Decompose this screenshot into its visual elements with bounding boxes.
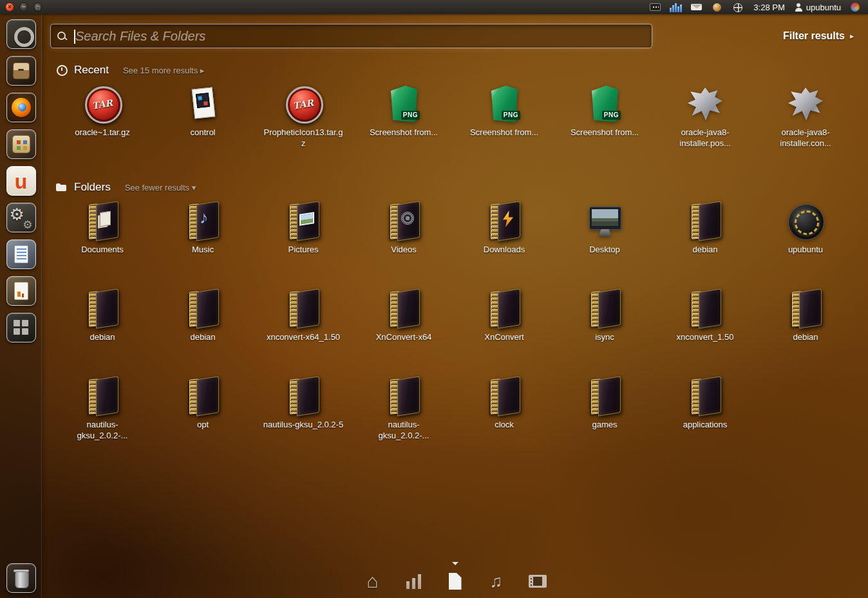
result-item[interactable]: Downloads: [454, 200, 554, 283]
result-item[interactable]: clock: [454, 375, 554, 458]
result-item[interactable]: XnConvert-x64: [354, 288, 454, 370]
indicator-area: 3:28 PM upubuntu: [641, 2, 868, 12]
top-panel: 3:28 PM upubuntu: [0, 0, 868, 14]
launcher-item-file-manager[interactable]: [6, 56, 36, 86]
icon-emblem: [200, 208, 209, 228]
result-item[interactable]: Music: [153, 200, 253, 283]
search-input[interactable]: [73, 28, 645, 44]
result-item[interactable]: control: [153, 83, 253, 165]
result-item[interactable]: games: [554, 375, 655, 458]
keyboard-indicator-icon[interactable]: [649, 2, 661, 12]
result-label: applications: [665, 420, 746, 431]
result-item[interactable]: debian: [655, 200, 755, 283]
close-button[interactable]: [5, 3, 14, 12]
icon-emblem: [196, 93, 210, 108]
filter-results-button[interactable]: Filter results ▸: [783, 30, 854, 42]
minimize-button[interactable]: [19, 3, 28, 12]
result-item[interactable]: oracle-java8-installer.pos...: [655, 83, 755, 165]
network-icon[interactable]: [731, 2, 744, 12]
launcher-item-office-document[interactable]: [6, 276, 36, 306]
lens-home[interactable]: [362, 570, 384, 593]
result-item[interactable]: Screenshot from...: [454, 83, 554, 165]
dash-overlay: Filter results ▸ Recent See 15 more resu…: [42, 14, 868, 598]
result-item[interactable]: xnconvert-x64_1.50: [253, 288, 354, 370]
result-item[interactable]: Pictures: [253, 200, 354, 283]
result-label: nautilus-gksu_2.0.2-...: [363, 420, 444, 442]
unity-launcher: [0, 14, 42, 598]
result-item[interactable]: debian: [153, 288, 253, 370]
tar-archive-icon: [82, 84, 123, 124]
mail-icon[interactable]: [690, 2, 703, 12]
chevron-right-icon: ▸: [200, 66, 205, 75]
desktop-monitor-icon: [584, 201, 625, 241]
see-fewer-results-link[interactable]: See fewer results ▾: [125, 183, 196, 192]
folder-icon: [484, 289, 525, 329]
result-item[interactable]: debian: [755, 288, 856, 370]
result-item[interactable]: nautilus-gksu_2.0.2-5: [253, 375, 354, 458]
username: upubuntu: [806, 3, 841, 12]
clock-indicator[interactable]: 3:28 PM: [753, 3, 784, 12]
see-more-results-link[interactable]: See 15 more results ▸: [123, 66, 205, 75]
folder-icon: [484, 377, 525, 416]
launcher-item-workspace-switcher[interactable]: [6, 313, 36, 342]
folder-icon: [82, 289, 123, 329]
folder-icon: [383, 377, 424, 416]
status-orb-icon[interactable]: [711, 2, 723, 12]
launcher-item-trash[interactable]: [6, 563, 36, 593]
result-item[interactable]: PropheticIcon13.tar.gz: [253, 83, 354, 165]
launcher-item-ubuntu-one[interactable]: [6, 166, 36, 196]
result-label: clock: [464, 420, 545, 431]
result-item[interactable]: opt: [153, 375, 253, 458]
result-item[interactable]: XnConvert: [454, 288, 554, 370]
result-label: debian: [162, 332, 243, 343]
folders-grid: Documents Music Pictures Videos Download…: [42, 200, 868, 458]
launcher-item-text-editor[interactable]: [6, 239, 36, 269]
lens-music[interactable]: [486, 570, 507, 593]
folder-icon: [684, 377, 726, 416]
result-item[interactable]: applications: [655, 375, 755, 458]
result-label: Screenshot from...: [564, 127, 645, 138]
icon-emblem: [401, 212, 414, 225]
search-bar[interactable]: [50, 24, 652, 48]
result-item[interactable]: nautilus-gksu_2.0.2-...: [354, 375, 454, 458]
tar-archive-icon: [283, 84, 324, 124]
result-label: debian: [665, 245, 746, 256]
result-label: oracle-java8-installer.con...: [765, 127, 846, 149]
result-item[interactable]: oracle~1.tar.gz: [52, 83, 153, 165]
lens-videos[interactable]: [527, 570, 549, 593]
window-controls: [0, 3, 42, 12]
result-item[interactable]: Desktop: [554, 200, 655, 283]
launcher-item-software-center[interactable]: [6, 129, 36, 159]
result-label: Documents: [62, 245, 143, 256]
result-label: nautilus-gksu_2.0.2-...: [62, 420, 143, 442]
result-item[interactable]: xnconvert_1.50: [655, 288, 755, 370]
result-item[interactable]: oracle-java8-installer.con...: [755, 83, 856, 165]
launcher-item-dash-home[interactable]: [6, 19, 36, 49]
result-item[interactable]: isync: [554, 288, 655, 370]
result-label: XnConvert-x64: [363, 332, 444, 343]
result-label: Downloads: [464, 245, 545, 256]
launcher-item-system-settings[interactable]: [6, 203, 36, 232]
downloads-folder-icon: [484, 201, 525, 241]
result-item[interactable]: Videos: [354, 200, 454, 283]
folder-icon: [684, 289, 726, 329]
session-menu-icon[interactable]: [849, 2, 862, 12]
icon-emblem: [503, 210, 513, 227]
result-item[interactable]: nautilus-gksu_2.0.2-...: [52, 375, 153, 458]
lens-files[interactable]: [444, 570, 466, 593]
result-item[interactable]: Documents: [52, 200, 153, 283]
result-item[interactable]: debian: [52, 288, 153, 370]
system-monitor-icon[interactable]: [670, 2, 682, 12]
lens-applications[interactable]: [403, 570, 425, 593]
user-menu[interactable]: upubuntu: [795, 3, 841, 12]
result-item[interactable]: Screenshot from...: [554, 83, 655, 165]
lens-bar: [42, 567, 868, 595]
search-icon: [57, 32, 67, 41]
result-label: xnconvert_1.50: [665, 332, 746, 343]
result-item[interactable]: upubuntu: [755, 200, 856, 283]
folder-icon: [56, 182, 68, 192]
launcher-item-firefox[interactable]: [6, 93, 36, 122]
result-item[interactable]: Screenshot from...: [354, 83, 454, 165]
folder-icon: [684, 201, 726, 241]
maximize-button[interactable]: [33, 3, 42, 12]
